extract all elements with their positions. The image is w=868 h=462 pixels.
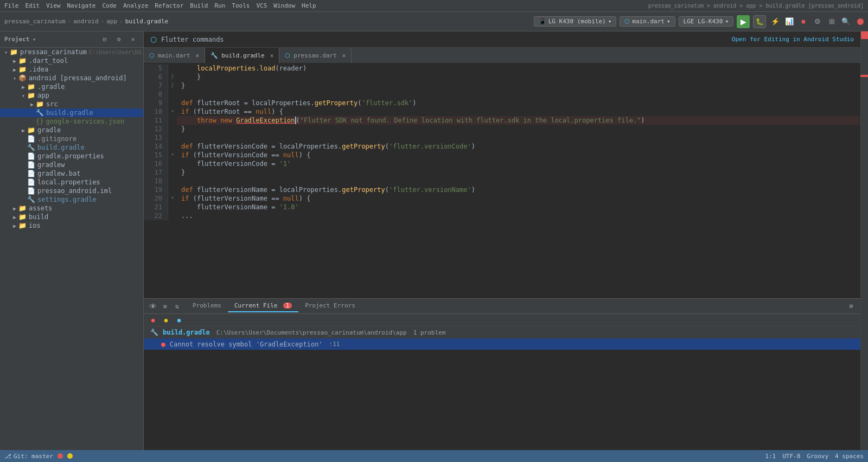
sidebar-item-google-services[interactable]: {} google-services.json xyxy=(0,117,143,126)
settings-icon[interactable]: ⚙ xyxy=(113,34,125,46)
line-content-6[interactable]: } xyxy=(177,73,860,81)
sort-icon[interactable]: ⇅ xyxy=(172,301,182,311)
lge-device-selector[interactable]: LGE LG-K430 ▾ xyxy=(679,16,733,27)
sidebar-item-ios[interactable]: ▶ 📁 ios xyxy=(0,221,143,230)
sidebar-item-iml[interactable]: 📄 pressao_android.iml xyxy=(0,187,143,195)
fold-11[interactable] xyxy=(168,116,177,125)
line-content-17[interactable]: } xyxy=(177,168,860,177)
menu-refactor[interactable]: Refactor xyxy=(155,2,183,9)
tab-main-dart[interactable]: ⬡ main.dart ✕ xyxy=(144,48,205,63)
sidebar-item-settings-gradle[interactable]: 🔧 settings.gradle xyxy=(0,195,143,204)
line-content-22[interactable]: ... xyxy=(177,211,860,220)
statusbar-language[interactable]: Groovy xyxy=(807,453,828,460)
expand-panel-icon[interactable]: ⊞ xyxy=(846,301,856,311)
menu-analyze[interactable]: Analyze xyxy=(123,2,148,9)
statusbar-indent[interactable]: 4 spaces xyxy=(835,453,864,460)
menu-vcs[interactable]: VCS xyxy=(256,2,267,9)
statusbar-cursor-pos[interactable]: 1:1 xyxy=(765,453,776,460)
close-tab-build-gradle[interactable]: ✕ xyxy=(270,52,274,59)
fold-17[interactable] xyxy=(168,168,177,177)
fold-9[interactable] xyxy=(168,99,177,107)
sidebar-item-gradle-folder[interactable]: ▶ 📁 gradle xyxy=(0,126,143,134)
warning-filter-icon[interactable]: ● xyxy=(161,315,171,325)
breadcrumb-app[interactable]: app xyxy=(106,18,117,25)
stop-button[interactable]: ■ xyxy=(797,16,809,28)
menu-navigate[interactable]: Navigate xyxy=(67,2,96,9)
tab-build-gradle[interactable]: 🔧 build.gradle ✕ xyxy=(205,48,279,64)
line-content-15[interactable]: if (flutterVersionCode == null) { xyxy=(177,151,860,159)
error-item-row[interactable]: ● Cannot resolve symbol 'GradleException… xyxy=(144,338,860,350)
fold-15[interactable]: ▾ xyxy=(168,151,177,159)
fold-16[interactable] xyxy=(168,159,177,168)
breadcrumb-file[interactable]: build.gradle xyxy=(125,18,168,25)
breadcrumb-project[interactable]: pressao_carinatum xyxy=(4,18,66,25)
menu-window[interactable]: Window xyxy=(273,2,295,9)
menu-view[interactable]: View xyxy=(46,2,61,9)
fold-14[interactable] xyxy=(168,142,177,151)
collapse-all-icon[interactable]: ⊟ xyxy=(99,34,111,46)
sidebar-item-gradle-dir[interactable]: ▶ 📁 .gradle xyxy=(0,82,143,91)
fold-8[interactable] xyxy=(168,90,177,99)
line-content-11[interactable]: throw new GradleException("Flutter SDK n… xyxy=(177,116,860,125)
fold-20[interactable]: ▾ xyxy=(168,194,177,203)
line-content-8[interactable] xyxy=(177,90,860,99)
close-tab-pressao-dart[interactable]: ✕ xyxy=(342,52,346,59)
close-tab-main-dart[interactable]: ✕ xyxy=(196,52,200,59)
line-content-20[interactable]: if (flutterVersionName == null) { xyxy=(177,194,860,203)
profile-button[interactable]: 📊 xyxy=(783,16,795,28)
sidebar-item-gradlew-bat[interactable]: 📄 gradlew.bat xyxy=(0,169,143,178)
sidebar-item-local-properties[interactable]: 📄 local.properties xyxy=(0,178,143,187)
sidebar-item-app[interactable]: ▾ 📁 app xyxy=(0,91,143,100)
bottom-tab-problems[interactable]: Problems xyxy=(186,300,228,312)
line-content-5[interactable]: localProperties.load(reader) xyxy=(177,64,860,73)
settings-button[interactable]: ⚙ xyxy=(812,16,824,28)
statusbar-vcs[interactable]: ⎇ Git: master xyxy=(4,453,53,460)
bottom-tab-project-errors[interactable]: Project Errors xyxy=(298,300,362,312)
line-content-7[interactable]: } xyxy=(177,81,860,90)
hide-icon[interactable]: ✕ xyxy=(127,34,139,46)
menu-edit[interactable]: Edit xyxy=(25,2,40,9)
breadcrumb-android[interactable]: android xyxy=(73,18,98,25)
code-editor[interactable]: 5 localProperties.load(reader) 6 } } 7 }… xyxy=(144,64,860,298)
statusbar-encoding[interactable]: UTF-8 xyxy=(782,453,800,460)
sidebar-item-gradlew[interactable]: 📄 gradlew xyxy=(0,161,143,169)
terminal-button[interactable]: ⊞ xyxy=(826,16,838,28)
sidebar-item-root[interactable]: ▾ 📁 pressao_carinatum C:\Users\User\Dd..… xyxy=(0,48,143,56)
info-filter-icon[interactable]: ● xyxy=(174,315,184,325)
search-button[interactable]: 🔍 xyxy=(840,16,852,28)
device-selector[interactable]: 📱 LG K430 (mobile) ▾ xyxy=(534,16,617,27)
fold-10[interactable]: ▾ xyxy=(168,107,177,116)
run-button[interactable]: ▶ xyxy=(737,15,750,28)
sidebar-item-idea[interactable]: ▶ 📁 .idea xyxy=(0,65,143,74)
sidebar-item-assets[interactable]: ▶ 📁 assets xyxy=(0,204,143,213)
sidebar-item-src[interactable]: ▶ 📁 src xyxy=(0,100,143,108)
sidebar-item-android[interactable]: ▾ 📦 android [pressao_android] xyxy=(0,74,143,82)
line-content-9[interactable]: def flutterRoot = localProperties.getPro… xyxy=(177,99,860,107)
list-icon[interactable]: ≡ xyxy=(160,301,170,311)
fold-5[interactable] xyxy=(168,64,177,73)
error-filter-icon[interactable]: ● xyxy=(148,315,158,325)
eye-icon[interactable]: 👁 xyxy=(148,301,158,311)
line-content-16[interactable]: flutterVersionCode = '1' xyxy=(177,159,860,168)
line-content-18[interactable] xyxy=(177,177,860,185)
fold-18[interactable] xyxy=(168,177,177,185)
line-content-21[interactable]: flutterVersionName = '1.0' xyxy=(177,203,860,211)
sidebar-item-build-gradle-app[interactable]: 🔧 build.gradle xyxy=(0,108,143,117)
line-content-12[interactable]: } xyxy=(177,125,860,133)
line-content-19[interactable]: def flutterVersionName = localProperties… xyxy=(177,185,860,194)
sidebar-item-build-gradle-root[interactable]: 🔧 build.gradle xyxy=(0,143,143,152)
error-file-row[interactable]: 🔧 build.gradle C:\Users\User\Documents\p… xyxy=(144,326,860,338)
line-content-10[interactable]: if (flutterRoot == null) { xyxy=(177,107,860,116)
fold-21[interactable] xyxy=(168,203,177,211)
bottom-tab-current-file[interactable]: Current File 1 xyxy=(228,300,298,312)
menu-tools[interactable]: Tools xyxy=(232,2,250,9)
build-button[interactable]: ⚡ xyxy=(769,16,781,28)
menu-code[interactable]: Code xyxy=(102,2,117,9)
menu-run[interactable]: Run xyxy=(214,2,225,9)
menu-help[interactable]: Help xyxy=(302,2,316,9)
tab-pressao-dart[interactable]: ⬡ pressao.dart ✕ xyxy=(279,48,352,63)
fold-7[interactable]: } xyxy=(168,81,177,90)
menu-file[interactable]: File xyxy=(4,2,19,9)
run-config-selector[interactable]: ⬡ main.dart ▾ xyxy=(620,16,675,27)
fold-19[interactable] xyxy=(168,185,177,194)
